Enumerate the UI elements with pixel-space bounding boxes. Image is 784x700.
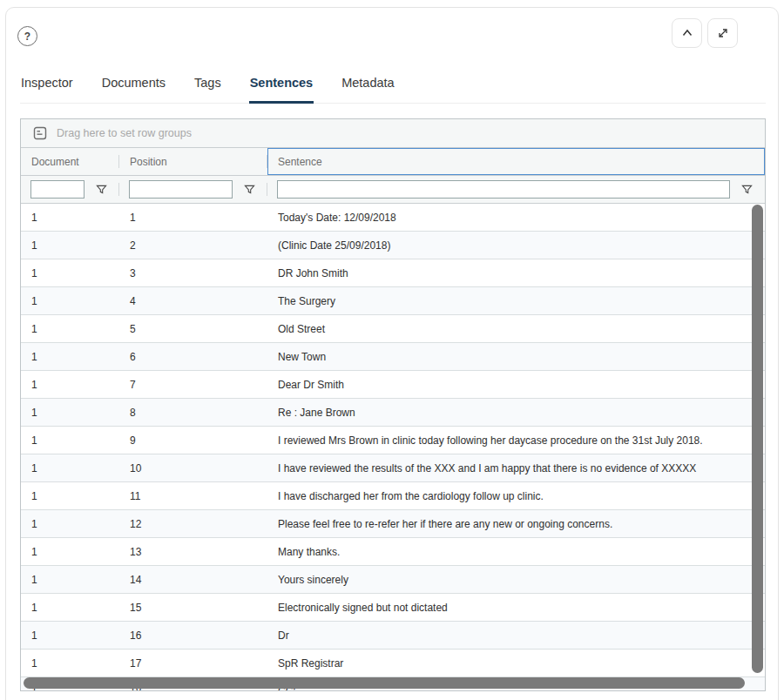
horizontal-scrollbar-thumb[interactable]	[24, 677, 745, 689]
cell-document: 1	[21, 510, 119, 537]
funnel-icon	[741, 184, 753, 195]
table-row[interactable]: 1 15 Electronically signed but not dicta…	[21, 594, 765, 622]
cell-sentence: New Town	[267, 343, 765, 370]
tab-sentences[interactable]: Sentences	[249, 75, 314, 103]
table-row[interactable]: 1 2 (Clinic Date 25/09/2018)	[21, 232, 765, 259]
table-row[interactable]: 1 4 The Surgery	[21, 287, 765, 315]
column-label: Document	[31, 156, 79, 168]
tab-label: Tags	[194, 76, 221, 90]
cell-sentence: I have discharged her from the cardiolog…	[267, 482, 765, 509]
filter-row	[21, 176, 765, 204]
table-row[interactable]: 1 1 Today's Date: 12/09/2018	[21, 204, 765, 232]
inspector-panel: ? Inspector Documents Tags Sentences Met…	[5, 7, 779, 700]
table-row[interactable]: 1 8 Re : Jane Brown	[21, 399, 765, 427]
cell-document: 1	[21, 650, 119, 676]
table-row[interactable]: 1 5 Old Street	[21, 315, 765, 343]
cell-position: 13	[119, 538, 267, 565]
table-row[interactable]: 1 11 I have discharged her from the card…	[21, 482, 765, 510]
cell-sentence: I reviewed Mrs Brown in clinic today fol…	[267, 427, 765, 454]
expand-panel-button[interactable]	[707, 18, 738, 48]
cell-position: 7	[119, 371, 267, 398]
cell-position: 17	[119, 650, 267, 676]
filter-menu-button[interactable]	[240, 184, 260, 195]
collapse-panel-button[interactable]	[672, 18, 702, 48]
row-group-panel[interactable]: Drag here to set row groups	[21, 119, 765, 148]
column-header-position[interactable]: Position	[119, 148, 267, 175]
tab-label: Sentences	[250, 76, 314, 90]
table-row[interactable]: 1 12 Please feel free to re-refer her if…	[21, 510, 765, 538]
sentences-grid: Drag here to set row groups Document Pos…	[20, 118, 766, 691]
cell-position: 6	[119, 343, 267, 370]
table-row[interactable]: 1 7 Dear Dr Smith	[21, 371, 765, 399]
cell-document: 1	[21, 287, 119, 314]
cell-position: 1	[119, 204, 267, 231]
cell-position: 15	[119, 594, 267, 621]
chevron-up-icon	[680, 26, 694, 40]
tab-label: Documents	[102, 76, 166, 90]
tab-inspector[interactable]: Inspector	[20, 75, 74, 103]
cell-sentence: SpR Registrar	[267, 650, 765, 676]
cell-document: 1	[21, 343, 119, 370]
cell-document: 1	[21, 399, 119, 426]
cell-sentence: (Clinic Date 25/09/2018)	[267, 232, 765, 259]
cell-document: 1	[21, 594, 119, 621]
cell-sentence: DR John Smith	[267, 259, 765, 286]
cell-sentence: Dear Dr Smith	[267, 371, 765, 398]
table-row[interactable]: 1 9 I reviewed Mrs Brown in clinic today…	[21, 427, 765, 454]
table-row[interactable]: 1 6 New Town	[21, 343, 765, 371]
tab-label: Metadata	[341, 76, 394, 90]
cell-document: 1	[21, 204, 119, 231]
cell-document: 1	[21, 454, 119, 481]
help-icon: ?	[24, 30, 30, 43]
cell-sentence: Old Street	[267, 315, 765, 342]
cell-document: 1	[21, 538, 119, 565]
filter-cell-position	[119, 176, 267, 203]
help-button[interactable]: ?	[17, 26, 37, 46]
document-filter-input[interactable]	[30, 180, 84, 199]
table-row[interactable]: 1 14 Yours sincerely	[21, 566, 765, 594]
cell-position: 14	[119, 566, 267, 593]
sentence-filter-input[interactable]	[277, 180, 730, 199]
filter-cell-document	[21, 176, 119, 203]
cell-sentence: I have reviewed the results of the XXX a…	[267, 454, 765, 481]
rows-viewport: 1 1 Today's Date: 12/09/2018 1 2 (Clinic…	[21, 204, 765, 690]
cell-position: 4	[119, 287, 267, 314]
cell-sentence: Re : Jane Brown	[267, 399, 765, 426]
funnel-icon	[96, 184, 107, 195]
tab-tags[interactable]: Tags	[193, 75, 222, 103]
filter-menu-button[interactable]	[737, 184, 757, 195]
position-filter-input[interactable]	[129, 180, 233, 199]
tab-documents[interactable]: Documents	[101, 75, 166, 103]
column-header-sentence[interactable]: Sentence	[267, 148, 765, 175]
table-row[interactable]: 1 17 SpR Registrar	[21, 650, 765, 677]
funnel-icon	[244, 184, 255, 195]
row-group-hint: Drag here to set row groups	[57, 127, 192, 139]
cell-position: 16	[119, 622, 267, 649]
cell-position: 5	[119, 315, 267, 342]
cell-position: 3	[119, 259, 267, 286]
cell-document: 1	[21, 371, 119, 398]
row-group-icon	[33, 126, 47, 140]
tab-metadata[interactable]: Metadata	[341, 75, 395, 103]
column-label: Position	[130, 156, 167, 168]
cell-document: 1	[21, 566, 119, 593]
filter-menu-button[interactable]	[91, 184, 112, 195]
column-header-row: Document Position Sentence	[21, 148, 765, 176]
tab-label: Inspector	[21, 76, 73, 90]
cell-position: 10	[119, 454, 267, 481]
table-row[interactable]: 1 16 Dr	[21, 622, 765, 650]
cell-position: 9	[119, 427, 267, 454]
vertical-scrollbar-thumb[interactable]	[752, 205, 763, 673]
column-header-document[interactable]: Document	[21, 148, 119, 175]
table-row[interactable]: 1 3 DR John Smith	[21, 259, 765, 287]
diagonal-expand-icon	[716, 26, 730, 40]
table-row[interactable]: 1 13 Many thanks.	[21, 538, 765, 566]
cell-sentence: Electronically signed but not dictated	[267, 594, 765, 621]
cell-document: 1	[21, 232, 119, 259]
cell-document: 1	[21, 427, 119, 454]
table-row[interactable]: 1 10 I have reviewed the results of the …	[21, 454, 765, 482]
cell-sentence: Dr	[267, 622, 765, 649]
cell-sentence: Today's Date: 12/09/2018	[267, 204, 765, 231]
column-label: Sentence	[278, 156, 322, 168]
cell-position: 12	[119, 510, 267, 537]
